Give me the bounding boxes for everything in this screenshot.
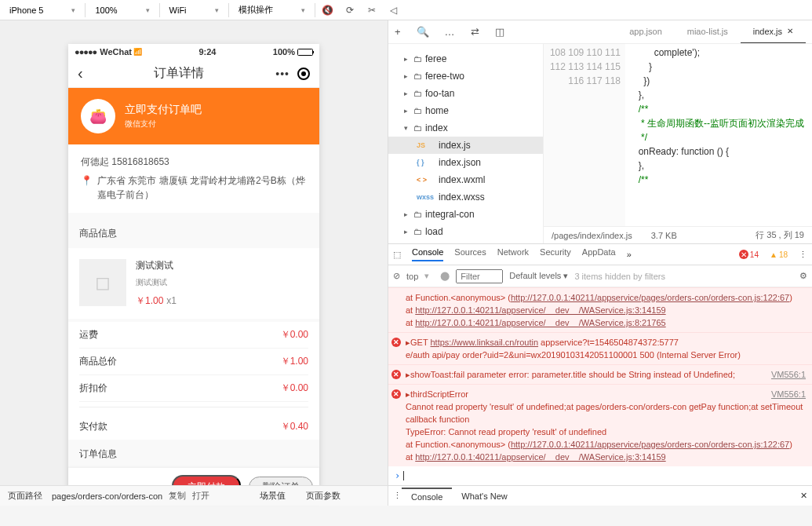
price-row: 商品总价￥1.00 bbox=[79, 349, 308, 375]
devtools-tab[interactable]: Sources bbox=[454, 247, 486, 261]
wifi-icon: 📶 bbox=[133, 48, 142, 56]
file-item[interactable]: wxssindex.wxss bbox=[388, 188, 543, 206]
zoom-select[interactable]: 100% bbox=[89, 1, 155, 20]
editor-tabs: app.jsonmiao-list.jsindex.js ✕ bbox=[617, 20, 806, 44]
scene-label: 场景值 bbox=[260, 490, 286, 502]
goods-sub: 测试测试 bbox=[136, 277, 177, 288]
gear-icon[interactable]: ⚙ bbox=[799, 271, 807, 281]
devtools-tab[interactable]: AppData bbox=[582, 247, 616, 261]
divider bbox=[228, 3, 229, 17]
mock-select[interactable]: 模拟操作 bbox=[232, 1, 311, 20]
phone-body[interactable]: 👛 立即支付订单吧 微信支付 何德起 15816818653 📍 广东省 东莞市… bbox=[68, 88, 319, 490]
mute-icon[interactable]: 🔇 bbox=[319, 1, 337, 20]
kebab-icon[interactable]: ⋮ bbox=[799, 250, 807, 260]
close-tab-icon[interactable]: ✕ bbox=[787, 27, 793, 35]
param-label: 页面参数 bbox=[306, 490, 340, 502]
price-summary: 运费￥0.00商品总价￥1.00折扣价￥0.00实付款￥0.40 bbox=[68, 322, 319, 440]
drawer-tab-whatsnew[interactable]: What's New bbox=[452, 488, 516, 504]
line-gutter: 108 109 110 111 112 113 114 115 116 117 … bbox=[544, 44, 625, 226]
context-select[interactable]: top bbox=[406, 272, 418, 281]
close-miniprogram-icon[interactable] bbox=[297, 68, 310, 80]
path-label: 页面路径 bbox=[8, 490, 42, 502]
add-icon[interactable]: + bbox=[395, 26, 401, 38]
more-icon[interactable]: … bbox=[445, 26, 455, 38]
folder-item[interactable]: ▸🗀feree bbox=[388, 50, 543, 68]
divider bbox=[159, 3, 160, 17]
device-select[interactable]: iPhone 5 bbox=[3, 1, 82, 20]
console-message[interactable]: ✕VM556:1▸showToast:fail parameter error:… bbox=[388, 364, 812, 384]
signal-icon: ●●●●● bbox=[75, 47, 96, 57]
file-item[interactable]: { }index.json bbox=[388, 154, 543, 171]
console-body[interactable]: at Function.<anonymous> (http://127.0.0.… bbox=[388, 287, 812, 466]
price-row: 折扣价￥0.00 bbox=[79, 375, 308, 402]
network-select[interactable]: WiFi bbox=[163, 1, 225, 20]
console-prompt[interactable]: › bbox=[388, 466, 812, 485]
goods-qty: x1 bbox=[166, 295, 177, 306]
editor-tab[interactable]: miao-list.js bbox=[675, 20, 741, 43]
console-message[interactable]: at Function.<anonymous> (http://127.0.0.… bbox=[388, 287, 812, 332]
folder-item[interactable]: ▸🗀foo-tan bbox=[388, 85, 543, 102]
section-order: 订单信息 bbox=[68, 440, 319, 469]
more-icon[interactable]: ••• bbox=[275, 68, 289, 80]
drawer-toggle-icon[interactable]: ⋮ bbox=[393, 491, 402, 501]
folder-item[interactable]: ▸🗀integral-con bbox=[388, 206, 543, 223]
overflow-icon[interactable]: » bbox=[627, 250, 632, 259]
devtools-tab[interactable]: Network bbox=[497, 247, 529, 261]
page-title: 订单详情 bbox=[83, 65, 276, 82]
section-goods: 商品信息 bbox=[68, 219, 319, 248]
inspect-icon[interactable]: ⬚ bbox=[393, 250, 401, 260]
level-select[interactable]: Default levels ▾ bbox=[509, 271, 568, 281]
cursor-pos: 行 35 , 列 19 bbox=[756, 229, 804, 241]
close-drawer-icon[interactable]: ✕ bbox=[800, 491, 807, 501]
addr-full: 广东省 东莞市 塘厦镇 龙背岭村龙埔路2号B栋（烨嘉电子前台） bbox=[97, 174, 307, 202]
rotate-icon[interactable]: ⟳ bbox=[340, 1, 359, 20]
file-tree[interactable]: ▸🗀feree▸🗀feree-two▸🗀foo-tan▸🗀home▾🗀index… bbox=[388, 44, 544, 243]
folder-item[interactable]: ▸🗀home bbox=[388, 102, 543, 119]
goods-image: ◻ bbox=[79, 259, 126, 306]
top-toolbar: iPhone 5 100% WiFi 模拟操作 🔇 ⟳ ✂ ◁ bbox=[0, 0, 812, 20]
folder-item[interactable]: ▸🗀feree-two bbox=[388, 68, 543, 85]
pay-subtitle: 微信支付 bbox=[125, 119, 202, 130]
editor-tab[interactable]: index.js ✕ bbox=[741, 20, 806, 43]
copy-link[interactable]: 复制 bbox=[169, 490, 186, 502]
console-message[interactable]: ✕VM556:1▸thirdScriptErrorCannot read pro… bbox=[388, 384, 812, 466]
clock: 9:24 bbox=[142, 47, 273, 57]
console-filter-bar: ⊘ top ▾ ⬤ Default levels ▾ 3 items hidde… bbox=[388, 265, 812, 287]
code-content[interactable]: complete'); } }) }, /** * 生命周期函数--监听页面初次… bbox=[625, 44, 812, 226]
pay-title: 立即支付订单吧 bbox=[125, 103, 202, 117]
file-item[interactable]: JSindex.js bbox=[388, 137, 543, 154]
cut-icon[interactable]: ✂ bbox=[362, 1, 381, 20]
hidden-items: 3 items hidden by filters bbox=[574, 272, 665, 281]
back-arrow-icon[interactable]: ◁ bbox=[384, 1, 403, 20]
console-message[interactable]: ✕▸GET https://www.linksail.cn/routin app… bbox=[388, 332, 812, 364]
sim-footer: 页面路径 pages/orders-con/orders-con 复制 打开 场… bbox=[0, 485, 388, 506]
devtools-tabbar: ⬚ ConsoleSourcesNetworkSecurityAppData »… bbox=[388, 243, 812, 265]
editor-tab[interactable]: app.json bbox=[617, 20, 675, 43]
warning-count[interactable]: ▲18 bbox=[770, 250, 788, 259]
divider bbox=[85, 3, 86, 17]
folder-item[interactable]: ▾🗀index bbox=[388, 119, 543, 137]
error-count[interactable]: ✕14 bbox=[739, 250, 759, 259]
file-item[interactable]: < >index.wxml bbox=[388, 171, 543, 188]
open-link[interactable]: 打开 bbox=[192, 490, 209, 502]
devtools-tab[interactable]: Security bbox=[540, 247, 571, 261]
filter-input[interactable] bbox=[456, 269, 503, 283]
file-path: /pages/index/index.js bbox=[552, 231, 632, 240]
split-icon[interactable]: ◫ bbox=[495, 26, 504, 38]
goods-price: ￥1.00 bbox=[136, 295, 163, 306]
code-area[interactable]: 108 109 110 111 112 113 114 115 116 117 … bbox=[544, 44, 812, 226]
editor-status-bar: /pages/index/index.js 3.7 KB 行 35 , 列 19 bbox=[544, 226, 812, 243]
folder-item[interactable]: ▸🗀load bbox=[388, 223, 543, 240]
drawer-tab-console[interactable]: Console bbox=[402, 488, 452, 505]
devtools-tab[interactable]: Console bbox=[412, 247, 443, 261]
clear-console-icon[interactable]: ⊘ bbox=[393, 271, 400, 281]
file-size: 3.7 KB bbox=[651, 231, 677, 240]
back-icon[interactable]: ‹ bbox=[78, 64, 83, 82]
search-icon[interactable]: 🔍 bbox=[417, 26, 429, 38]
goods-name: 测试测试 bbox=[136, 259, 177, 272]
price-row: 运费￥0.00 bbox=[79, 322, 308, 349]
battery-icon bbox=[297, 49, 313, 56]
wx-nav-bar: ‹ 订单详情 ••• bbox=[68, 60, 319, 88]
battery: 100% bbox=[273, 47, 313, 57]
settings-icon[interactable]: ⇄ bbox=[471, 26, 479, 38]
